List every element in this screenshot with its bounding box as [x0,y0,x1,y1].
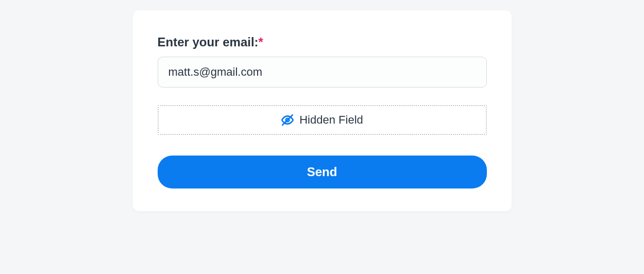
hidden-field-label: Hidden Field [299,113,363,127]
email-label-row: Enter your email:* [158,35,487,49]
email-label: Enter your email: [158,35,259,49]
email-input[interactable] [158,57,487,88]
hidden-field-box: Hidden Field [158,105,487,135]
required-asterisk: * [259,35,263,49]
form-card: Enter your email:* Hidden Field Send [133,10,512,211]
send-button[interactable]: Send [158,156,487,189]
eye-slash-icon [281,113,294,127]
